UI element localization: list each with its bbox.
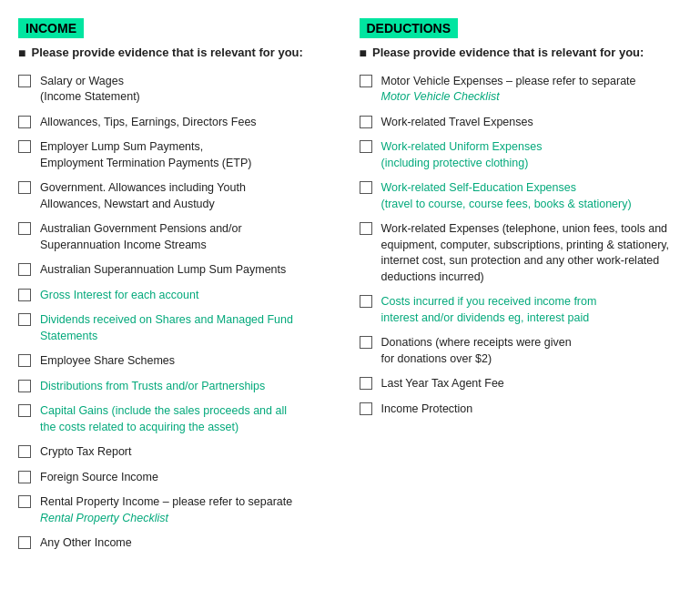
income-item-rental: Rental Property Income – please refer to… <box>18 494 341 526</box>
income-label-super-lump: Australian Superannuation Lump Sum Payme… <box>40 262 286 279</box>
income-checkbox-dividends[interactable] <box>18 313 31 326</box>
income-label-salary: Salary or Wages(Income Statement) <box>40 74 140 106</box>
deductions-label-line1-donations: Donations (where receipts were given <box>381 336 572 349</box>
deductions-label-line1-uniform: Work-related Uniform Expenses <box>381 140 543 153</box>
deductions-label-uniform: Work-related Uniform Expenses(including … <box>381 139 543 171</box>
deductions-item-uniform: Work-related Uniform Expenses(including … <box>360 139 683 171</box>
deductions-label-line1-motor-vehicle: Motor Vehicle Expenses – please refer to… <box>381 75 636 87</box>
income-label-line2-govt-allowances: Allowances, Newstart and Austudy <box>40 198 215 210</box>
deductions-label-line1-self-education: Work-related Self-Education Expenses <box>381 181 576 194</box>
income-item-employee-share: Employee Share Schemes <box>18 353 341 370</box>
income-checkbox-gross-interest[interactable] <box>18 289 31 301</box>
income-item-distributions: Distributions from Trusts and/or Partner… <box>18 379 341 395</box>
income-label-distributions: Distributions from Trusts and/or Partner… <box>40 379 265 395</box>
deductions-label-line2-donations: for donations over $2) <box>381 352 492 365</box>
deductions-checkbox-interest-dividends[interactable] <box>360 295 372 308</box>
income-label-line1-lump-sum: Employer Lump Sum Payments, <box>40 140 203 153</box>
deductions-label-self-education: Work-related Self-Education Expenses(tra… <box>381 180 632 212</box>
income-checkbox-employee-share[interactable] <box>18 354 31 367</box>
deductions-column: DEDUCTIONS ■ Please provide evidence tha… <box>360 18 683 552</box>
deductions-label-line2-interest-dividends: interest and/or dividends eg, interest p… <box>381 311 590 324</box>
deductions-label-motor-vehicle: Motor Vehicle Expenses – please refer to… <box>381 74 636 106</box>
income-label-capital-gains: Capital Gains (include the sales proceed… <box>40 403 287 435</box>
deductions-header: DEDUCTIONS <box>360 18 459 38</box>
income-item-govt-pensions: Australian Government Pensions and/orSup… <box>18 221 341 253</box>
deductions-item-interest-dividends: Costs incurred if you received income fr… <box>360 294 683 326</box>
income-checkbox-super-lump[interactable] <box>18 263 31 276</box>
income-checkbox-allowances[interactable] <box>18 116 31 128</box>
deductions-label-travel: Work-related Travel Expenses <box>381 115 533 131</box>
income-label-employee-share: Employee Share Schemes <box>40 353 175 370</box>
income-label-govt-allowances: Government. Allowances including YouthAl… <box>40 180 246 212</box>
income-label-line2-rental: Rental Property Checklist <box>40 512 168 524</box>
income-checkbox-salary[interactable] <box>18 75 31 87</box>
income-label-allowances: Allowances, Tips, Earnings, Directors Fe… <box>40 115 257 131</box>
income-label-line2-salary: (Income Statement) <box>40 90 140 103</box>
income-checkbox-lump-sum[interactable] <box>18 140 31 153</box>
deductions-label-line2-self-education: (travel to course, course fees, books & … <box>381 198 632 210</box>
deductions-label-tax-agent: Last Year Tax Agent Fee <box>381 376 504 392</box>
deductions-instruction: ■ Please provide evidence that is releva… <box>360 46 683 61</box>
income-label-dividends: Dividends received on Shares and Managed… <box>40 312 293 344</box>
deductions-label-work-expenses: Work-related Expenses (telephone, union … <box>381 221 683 285</box>
income-label-other-income: Any Other Income <box>40 535 132 552</box>
income-checklist: Salary or Wages(Income Statement)Allowan… <box>18 74 341 552</box>
income-item-crypto: Crypto Tax Report <box>18 444 341 461</box>
income-label-line1-rental: Rental Property Income – please refer to… <box>40 495 292 508</box>
income-item-capital-gains: Capital Gains (include the sales proceed… <box>18 403 341 435</box>
income-label-govt-pensions: Australian Government Pensions and/orSup… <box>40 221 242 253</box>
deductions-checklist: Motor Vehicle Expenses – please refer to… <box>360 74 683 418</box>
deductions-checkbox-income-protection[interactable] <box>360 402 372 415</box>
income-item-allowances: Allowances, Tips, Earnings, Directors Fe… <box>18 115 341 131</box>
income-item-other-income: Any Other Income <box>18 535 341 552</box>
income-item-govt-allowances: Government. Allowances including YouthAl… <box>18 180 341 212</box>
income-label-line1-salary: Salary or Wages <box>40 75 124 87</box>
deductions-checkbox-self-education[interactable] <box>360 181 372 194</box>
income-item-gross-interest: Gross Interest for each account <box>18 288 341 304</box>
deductions-label-interest-dividends: Costs incurred if you received income fr… <box>381 294 597 326</box>
deductions-item-tax-agent: Last Year Tax Agent Fee <box>360 376 683 392</box>
deductions-item-work-expenses: Work-related Expenses (telephone, union … <box>360 221 683 285</box>
income-item-dividends: Dividends received on Shares and Managed… <box>18 312 341 344</box>
deductions-label-income-protection: Income Protection <box>381 402 473 418</box>
income-item-super-lump: Australian Superannuation Lump Sum Payme… <box>18 262 341 279</box>
income-checkbox-govt-allowances[interactable] <box>18 181 31 194</box>
income-label-line1-govt-pensions: Australian Government Pensions and/or <box>40 222 242 235</box>
income-instruction-text: Please provide evidence that is relevant… <box>31 46 302 59</box>
income-checkbox-distributions[interactable] <box>18 380 31 392</box>
income-checkbox-foreign-source[interactable] <box>18 471 31 483</box>
income-checkbox-rental[interactable] <box>18 495 31 508</box>
deductions-label-line1-interest-dividends: Costs incurred if you received income fr… <box>381 295 597 308</box>
income-header: INCOME <box>18 18 84 38</box>
income-label-line2-dividends: Statements <box>40 330 97 342</box>
deductions-checkbox-donations[interactable] <box>360 336 372 349</box>
deductions-item-motor-vehicle: Motor Vehicle Expenses – please refer to… <box>360 74 683 106</box>
income-label-line1-govt-allowances: Government. Allowances including Youth <box>40 181 246 194</box>
income-label-foreign-source: Foreign Source Income <box>40 470 158 486</box>
income-checkbox-crypto[interactable] <box>18 445 31 458</box>
income-label-gross-interest: Gross Interest for each account <box>40 288 198 304</box>
income-checkbox-govt-pensions[interactable] <box>18 222 31 235</box>
deductions-checkbox-uniform[interactable] <box>360 140 372 153</box>
deductions-checkbox-tax-agent[interactable] <box>360 377 372 390</box>
income-column: INCOME ■ Please provide evidence that is… <box>18 18 341 552</box>
deductions-checkbox-travel[interactable] <box>360 116 372 128</box>
income-checkbox-capital-gains[interactable] <box>18 404 31 417</box>
deductions-item-donations: Donations (where receipts were givenfor … <box>360 335 683 367</box>
deductions-instruction-text: Please provide evidence that is relevant… <box>372 46 644 59</box>
deductions-item-self-education: Work-related Self-Education Expenses(tra… <box>360 180 683 212</box>
income-label-crypto: Crypto Tax Report <box>40 444 132 461</box>
deductions-label-line2-motor-vehicle: Motor Vehicle Checklist <box>381 90 500 103</box>
income-checkbox-other-income[interactable] <box>18 536 31 549</box>
income-label-line1-dividends: Dividends received on Shares and Managed… <box>40 313 293 326</box>
deductions-checkbox-work-expenses[interactable] <box>360 222 372 235</box>
income-label-line2-capital-gains: the costs related to acquiring the asset… <box>40 421 238 433</box>
income-label-line2-lump-sum: Employment Termination Payments (ETP) <box>40 157 252 169</box>
income-label-line1-capital-gains: Capital Gains (include the sales proceed… <box>40 404 287 417</box>
instruction-bullet: ■ <box>18 46 25 61</box>
deductions-label-line2-uniform: (including protective clothing) <box>381 157 529 169</box>
income-item-salary: Salary or Wages(Income Statement) <box>18 74 341 106</box>
instruction-bullet-2: ■ <box>360 46 367 61</box>
income-label-line2-govt-pensions: Superannuation Income Streams <box>40 239 207 251</box>
deductions-checkbox-motor-vehicle[interactable] <box>360 75 372 87</box>
